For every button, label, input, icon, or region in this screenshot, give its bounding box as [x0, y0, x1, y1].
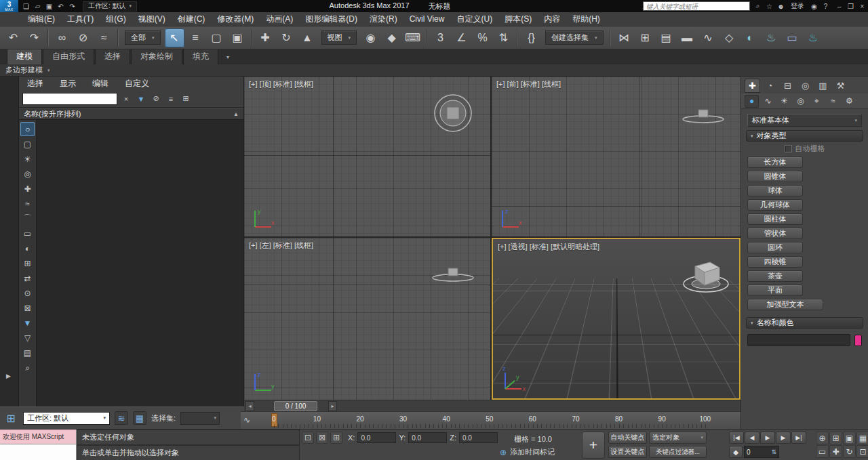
user-icon[interactable]: ☻ — [775, 1, 787, 12]
modify-tab-icon[interactable]: ◔ — [762, 79, 778, 93]
viewport-label[interactable]: [+] [前] [标准] [线框] — [496, 79, 561, 89]
offset-mode-icon[interactable]: ⊞ — [330, 432, 342, 444]
name-color-rollout-header[interactable]: ▾ 名称和颜色 — [746, 317, 863, 329]
ribbon-minimize-icon[interactable]: ▾ — [226, 54, 229, 64]
ribbon-tab[interactable]: 对象绘制 — [131, 48, 182, 64]
menu-item[interactable]: Civil View — [403, 12, 451, 26]
ribbon-tab[interactable]: 建模 — [7, 48, 42, 64]
explorer-sort-header[interactable]: 名称(按升序排列) ▲ — [19, 108, 243, 120]
scene-explorer-toggle-icon[interactable]: ▦ — [133, 411, 146, 425]
helpers-category-icon[interactable]: ⌖ — [810, 95, 824, 108]
isolate-selection-icon[interactable]: ⊡ — [302, 432, 314, 444]
display-materials-icon[interactable]: ◐ — [20, 241, 35, 255]
display-cameras-icon[interactable]: ◎ — [20, 167, 35, 181]
select-and-manipulate-icon[interactable]: ◆ — [382, 28, 401, 47]
named-selection-sets-dropdown[interactable]: 创建选择集 ▾ — [545, 30, 604, 45]
save-file-icon[interactable]: ▣ — [43, 1, 55, 12]
time-slider-handle[interactable]: 0 / 100 — [274, 401, 317, 411]
explorer-menu-item[interactable]: 显示 — [52, 78, 84, 89]
ribbon-tab[interactable]: 自由形式 — [43, 48, 94, 64]
rendered-frame-window-icon[interactable]: ▭ — [783, 28, 802, 47]
rectangular-selection-region-icon[interactable]: ▢ — [207, 28, 226, 47]
undo-small-icon[interactable]: ↶ — [55, 1, 66, 12]
macro-recorder-line[interactable]: 欢迎使用 MAXScript — [0, 430, 77, 444]
new-scene-icon[interactable]: ❏ — [20, 1, 32, 12]
viewport-layout-tabs-icon[interactable]: ⊞ — [3, 412, 18, 425]
track-bar[interactable]: ∿ 0102030405060708090100 — [241, 411, 741, 429]
filter-selected-icon[interactable]: ▼ — [20, 316, 35, 330]
object-name-input[interactable] — [747, 334, 850, 346]
bind-to-space-warp-icon[interactable]: ≈ — [94, 28, 114, 47]
object-type-button[interactable]: 圆柱体 — [747, 213, 803, 225]
minimize-window-icon[interactable]: – — [833, 1, 845, 12]
display-lights-icon[interactable]: ☀ — [20, 152, 35, 166]
curve-editor-icon[interactable]: ∿ — [698, 28, 718, 47]
object-type-button[interactable]: 几何球体 — [747, 199, 803, 211]
zoom-extents-icon[interactable]: ▣ — [843, 432, 856, 444]
box-torus-object[interactable] — [677, 254, 734, 296]
object-type-button[interactable]: 四棱锥 — [747, 256, 803, 268]
y-coordinate-field[interactable]: 0.0 — [408, 432, 447, 443]
zoom-region-icon[interactable]: ▭ — [816, 445, 829, 458]
object-type-button[interactable]: 长方体 — [747, 156, 803, 168]
lights-category-icon[interactable]: ☀ — [777, 95, 791, 108]
sync-selection-icon[interactable]: ⇄ — [20, 271, 35, 285]
restore-window-icon[interactable]: ❐ — [845, 1, 856, 12]
object-type-button[interactable]: 圆环 — [747, 242, 803, 253]
viewport-perspective[interactable]: [+] [透视] [标准] [默认明暗处理] z x y — [492, 238, 741, 400]
filter-clear-icon[interactable]: ▽ — [20, 331, 35, 345]
subcategory-dropdown[interactable]: 标准基本体 ▾ — [747, 114, 862, 127]
auto-key-button[interactable]: 自动关键点 — [608, 432, 647, 444]
search-go-icon[interactable]: ⌕ — [752, 1, 764, 12]
viewport-label[interactable]: [+] [透视] [标准] [默认明暗处理] — [498, 242, 599, 252]
sign-in-button[interactable]: 登录 — [789, 1, 806, 11]
selection-lock-icon[interactable]: ⊠ — [316, 432, 328, 444]
display-groups-icon[interactable]: ⊞ — [20, 256, 35, 270]
object-type-rollout-header[interactable]: ▾ 对象类型 — [746, 130, 863, 142]
utilities-tab-icon[interactable]: ⚒ — [833, 79, 848, 93]
mini-curve-editor-icon[interactable]: ∿ — [243, 415, 250, 425]
select-and-link-icon[interactable]: ∞ — [52, 28, 72, 47]
workspace-selector[interactable]: 工作区: 默认 ▾ — [23, 412, 110, 425]
menu-item[interactable]: 内容 — [538, 12, 566, 26]
add-time-tag[interactable]: ⊕ 添加时间标记 — [500, 447, 555, 457]
schematic-view-icon[interactable]: ◇ — [719, 28, 739, 47]
spinner-icon[interactable]: ⇅ — [771, 448, 776, 455]
viewport-tabs-flyout-icon[interactable]: ▶ — [6, 373, 11, 379]
menu-item[interactable]: 图形编辑器(D) — [299, 12, 363, 26]
object-color-swatch[interactable] — [854, 335, 862, 346]
key-filters-button[interactable]: 关键点过滤器... — [649, 446, 707, 458]
select-and-rotate-icon[interactable]: ↻ — [277, 28, 296, 47]
ribbon-panel-title[interactable]: 多边形建模 — [5, 65, 43, 75]
object-type-button[interactable]: 圆锥体 — [747, 171, 803, 182]
workspace-dropdown[interactable]: 工作区: 默认 ▾ — [83, 1, 137, 12]
communication-center-icon[interactable]: ◉ — [808, 1, 820, 12]
set-keys-button[interactable]: + — [582, 432, 605, 459]
cameras-category-icon[interactable]: ◎ — [793, 95, 808, 108]
display-helpers-icon[interactable]: ✚ — [20, 182, 35, 196]
select-by-name-icon[interactable]: ≡ — [186, 28, 205, 47]
explorer-search-input[interactable] — [22, 93, 117, 105]
geometry-category-icon[interactable]: ● — [745, 95, 759, 108]
space-warps-category-icon[interactable]: ≈ — [826, 95, 840, 108]
clear-search-icon[interactable]: × — [120, 93, 132, 105]
hierarchy-view-icon[interactable]: ⊞ — [180, 93, 192, 105]
torus-object[interactable] — [429, 89, 477, 138]
play-animation-icon[interactable]: ▶ — [760, 432, 775, 444]
window-crossing-toggle-icon[interactable]: ▣ — [228, 28, 248, 47]
object-type-button[interactable]: 球体 — [747, 185, 803, 196]
maximize-viewport-toggle-icon[interactable]: ⊡ — [856, 445, 868, 458]
viewport-top[interactable]: [+] [顶] [标准] [线框] x y — [244, 77, 490, 236]
maxscript-mini-listener[interactable]: 欢迎使用 MAXScript — [0, 430, 77, 460]
go-to-end-icon[interactable]: ▶| — [791, 432, 806, 444]
unlink-selection-icon[interactable]: ⊘ — [73, 28, 93, 47]
workspace-settings-icon[interactable]: ≋ — [115, 411, 128, 425]
menu-item[interactable]: 组(G) — [100, 12, 132, 26]
advanced-search-icon[interactable]: ⌕ — [20, 360, 35, 375]
filter-icon[interactable]: ▼ — [135, 93, 147, 105]
create-tab-icon[interactable]: ✚ — [745, 79, 760, 93]
menu-item[interactable]: 创建(C) — [172, 12, 212, 26]
display-geometry-icon[interactable]: ○ — [20, 122, 35, 136]
object-type-button[interactable]: 茶壶 — [747, 270, 803, 282]
menu-item[interactable]: 编辑(E) — [22, 12, 61, 26]
